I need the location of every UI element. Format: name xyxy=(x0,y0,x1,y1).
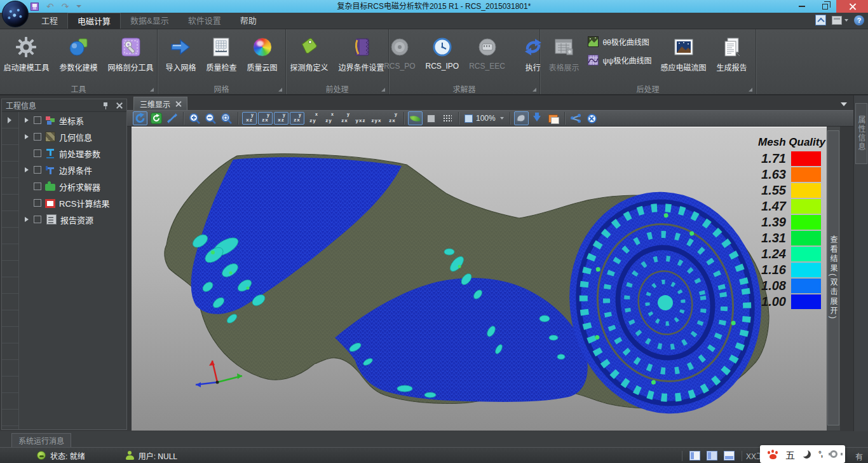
app-logo[interactable] xyxy=(2,1,29,27)
moon-icon[interactable] xyxy=(803,450,811,459)
group-expand-icon[interactable] xyxy=(749,88,752,92)
checkbox[interactable] xyxy=(34,183,41,190)
tree-item-boundary-conditions[interactable]: 边界条件 xyxy=(20,162,126,178)
rcs-po-button[interactable]: RCS_PO xyxy=(379,34,419,73)
tree-item-coordinate-system[interactable]: 坐标系 xyxy=(20,112,126,128)
tree-item-solver[interactable]: 分析求解器 xyxy=(20,178,126,195)
baidu-paw-icon[interactable] xyxy=(768,450,778,459)
launch-modeling-tool-button[interactable]: 启动建模工具 xyxy=(0,34,54,74)
group-expand-icon[interactable] xyxy=(381,88,385,92)
group-expand-icon[interactable] xyxy=(150,88,154,92)
rcs-ipo-button[interactable]: RCS_IPO xyxy=(421,34,464,73)
expand-arrow-icon[interactable] xyxy=(25,134,30,139)
table-display-button[interactable]: 表格展示 xyxy=(544,34,583,74)
tree-item-preprocess-params[interactable]: 前处理参数 xyxy=(20,145,126,162)
checkbox[interactable] xyxy=(34,216,41,223)
menu-tab-data-display[interactable]: 数据&显示 xyxy=(121,13,179,29)
layout-bottom-icon[interactable] xyxy=(724,451,735,460)
undo-icon[interactable] xyxy=(46,2,54,11)
ime-settings-gear-icon[interactable] xyxy=(830,450,837,458)
flow-link-button[interactable] xyxy=(569,111,583,125)
axis-view-button[interactable]: zxy xyxy=(337,112,352,125)
points-view-button[interactable] xyxy=(440,111,454,125)
checkbox[interactable] xyxy=(34,166,41,174)
expand-arrow-icon[interactable] xyxy=(25,167,30,172)
pan-zoom-button[interactable] xyxy=(165,111,179,125)
tree-item-rcs-results[interactable]: RCS计算结果 xyxy=(20,195,126,211)
system-messages-tab[interactable]: 系统运行消息 xyxy=(11,433,71,447)
window-switch-dropdown-icon[interactable] xyxy=(844,19,848,22)
pin-icon[interactable] xyxy=(103,102,109,109)
menu-tab-settings[interactable]: 软件设置 xyxy=(179,13,231,29)
checkbox[interactable] xyxy=(34,199,41,207)
menu-tab-em-compute[interactable]: 电磁计算 xyxy=(67,13,121,29)
psi-psi-curve-button[interactable]: ψψ极化曲线图 xyxy=(585,53,654,67)
tree-item-geometry-info[interactable]: 几何信息 xyxy=(20,128,126,145)
induced-current-map-button[interactable]: 感应电磁流图 xyxy=(656,34,711,74)
parametric-modeling-button[interactable]: 参数化建模 xyxy=(55,34,102,74)
zoom-out-button[interactable] xyxy=(203,111,218,125)
axis-view-button[interactable]: yxz xyxy=(353,112,368,125)
axis-view-button[interactable]: zyx xyxy=(369,112,384,125)
axis-view-button[interactable]: zxy xyxy=(258,112,273,125)
collapse-ribbon-icon[interactable] xyxy=(815,15,826,25)
clear-view-button[interactable] xyxy=(585,111,599,125)
expand-arrow-icon[interactable] xyxy=(25,118,30,123)
checkbox[interactable] xyxy=(34,133,41,141)
zoom-fit-button[interactable] xyxy=(219,111,234,125)
group-expand-icon[interactable] xyxy=(278,88,282,92)
windows-layout-button[interactable] xyxy=(546,111,560,125)
panel-close-icon[interactable] xyxy=(116,102,123,109)
redo-icon[interactable] xyxy=(62,2,69,11)
sync-view-button[interactable] xyxy=(149,111,163,125)
punctuation-icon[interactable]: °, xyxy=(818,450,822,459)
layout-left-alt-icon[interactable] xyxy=(707,451,717,460)
zoom-level-control[interactable]: 100% xyxy=(462,114,506,123)
theta-theta-curve-button[interactable]: θθ极化曲线图 xyxy=(585,35,654,48)
rotate-view-button[interactable] xyxy=(133,111,147,125)
shaded-view-button[interactable] xyxy=(408,111,423,125)
rcs-eec-button[interactable]: RCS_EEC xyxy=(465,34,510,73)
close-button[interactable] xyxy=(836,0,868,13)
axis-view-button[interactable]: zyx xyxy=(322,112,336,125)
help-icon[interactable]: ? xyxy=(854,15,864,25)
tab-3d-display[interactable]: 三维显示 xyxy=(133,97,187,110)
axis-view-button[interactable]: zxy xyxy=(290,112,304,125)
zoom-in-button[interactable] xyxy=(187,111,202,125)
tree-item-report-resources[interactable]: 报告资源 xyxy=(20,211,126,228)
move-down-button[interactable] xyxy=(530,111,545,125)
view-orbit-button[interactable] xyxy=(514,111,529,125)
axis-view-button[interactable]: zyx xyxy=(306,112,320,125)
ime-bar[interactable]: 五 °, xyxy=(760,445,845,463)
tab-list-dropdown-icon[interactable] xyxy=(841,102,847,106)
quality-contour-button[interactable]: 质量云图 xyxy=(243,34,282,74)
axis-view-button[interactable]: xzy xyxy=(242,112,257,125)
expand-arrow-icon[interactable] xyxy=(25,217,30,222)
checkbox[interactable] xyxy=(34,149,41,157)
ime-mode-label[interactable]: 五 xyxy=(785,448,795,461)
menu-tab-project[interactable]: 工程 xyxy=(32,13,67,29)
restore-button[interactable] xyxy=(813,0,836,13)
results-expand-tab[interactable]: 查看结果(双击展开) xyxy=(827,130,839,425)
mesh-partition-tool-button[interactable]: 网格剖分工具 xyxy=(104,34,158,74)
menu-tab-help[interactable]: 帮助 xyxy=(231,13,266,29)
axis-view-button[interactable]: zxy xyxy=(385,112,400,125)
import-mesh-button[interactable]: 导入网格 xyxy=(161,34,200,74)
generate-report-button[interactable]: 生成报告 xyxy=(712,34,752,74)
layout-left-icon[interactable] xyxy=(689,451,700,460)
minimize-button[interactable] xyxy=(790,0,813,13)
save-icon[interactable] xyxy=(31,3,39,11)
checkbox[interactable] xyxy=(34,116,41,124)
gutter-arrow-icon[interactable] xyxy=(8,117,11,123)
window-switch-icon[interactable] xyxy=(832,16,842,25)
axis-view-button[interactable]: xzy xyxy=(274,112,288,125)
zoom-dropdown-icon[interactable] xyxy=(500,117,504,120)
tab-close-icon[interactable] xyxy=(175,101,181,107)
probe-angle-button[interactable]: 探测角定义 xyxy=(285,34,332,74)
quality-check-button[interactable]: 质量检查 xyxy=(201,34,241,74)
wireframe-view-button[interactable] xyxy=(424,111,438,125)
properties-tab[interactable]: 属性信息 xyxy=(855,103,867,164)
viewport-3d[interactable]: Mesh Quality 1.711.631.551.471.391.311.2… xyxy=(132,127,840,431)
group-expand-icon[interactable] xyxy=(532,88,536,92)
quick-access-dropdown-icon[interactable] xyxy=(76,5,81,8)
